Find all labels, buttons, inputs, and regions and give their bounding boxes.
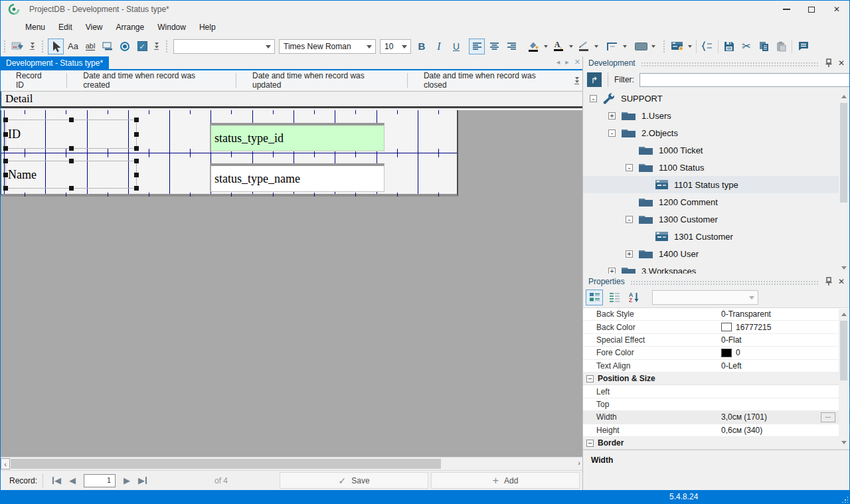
font-color-dropdown[interactable]: [569, 45, 573, 48]
tree-item-1101-status-type[interactable]: 1101 Status type: [583, 176, 850, 193]
menu-item-menu[interactable]: Menu: [19, 20, 52, 35]
tree-item-objects[interactable]: - 2.Objects: [583, 124, 850, 141]
border-corner-button[interactable]: [604, 39, 620, 54]
property-value[interactable]: 16777215: [716, 323, 771, 332]
tab-scroll-left-icon[interactable]: ◂: [556, 58, 560, 66]
scroll-up-arrow[interactable]: [841, 95, 847, 98]
development-panel-header[interactable]: Development ✕: [583, 56, 850, 70]
scroll-right-arrow[interactable]: ›: [578, 459, 580, 467]
tree-item-1200-comment[interactable]: 1200 Comment: [583, 193, 850, 210]
font-color-button[interactable]: A˛: [551, 39, 566, 54]
menu-item-edit[interactable]: Edit: [52, 20, 79, 35]
property-value[interactable]: 0-Flat: [716, 335, 742, 345]
toolbar-grip[interactable]: [165, 40, 168, 53]
detail-section-header[interactable]: Detail: [0, 91, 583, 108]
next-record-button[interactable]: ▶: [120, 475, 134, 485]
property-row-special-effect[interactable]: Special Effect 0-Flat: [583, 334, 850, 347]
style-combobox[interactable]: [173, 39, 275, 54]
save-button[interactable]: [721, 39, 737, 54]
scrollbar-thumb[interactable]: [840, 103, 847, 203]
filter-input[interactable]: [639, 73, 850, 87]
checkbox-tool[interactable]: ✓: [134, 39, 150, 54]
property-row-height[interactable]: Height 0,6см (340): [583, 424, 850, 437]
shape-rectangle-button[interactable]: [633, 39, 649, 54]
form-designer-canvas[interactable]: ID status_type_id Name status_type_name: [0, 110, 583, 457]
property-row-back-color[interactable]: Back Color 16777215: [583, 321, 850, 333]
development-panel-close-icon[interactable]: ✕: [838, 58, 845, 68]
scrollbar-thumb[interactable]: [11, 459, 441, 469]
tree-item-support[interactable]: - SUPPORT: [583, 90, 850, 107]
toolbar-overflow-chevron[interactable]: [28, 40, 37, 53]
radio-tool[interactable]: [117, 39, 133, 54]
tree-item-3-workspaces[interactable]: + 3.Workspaces: [583, 262, 850, 274]
previous-record-button[interactable]: ◀: [65, 475, 80, 485]
tree-expand-toggle[interactable]: -: [608, 129, 616, 137]
tree-item-1000-ticket[interactable]: 1000 Ticket: [583, 141, 850, 159]
select-pointer-tool[interactable]: [48, 39, 64, 54]
property-grid-scrollbar[interactable]: [839, 309, 849, 448]
more-options-button[interactable]: ...: [821, 412, 835, 422]
tree-item-1100-status[interactable]: - 1100 Status: [583, 159, 850, 176]
category-collapse-toggle[interactable]: −: [586, 375, 594, 382]
minimize-button[interactable]: [774, 1, 799, 18]
pin-icon[interactable]: [825, 58, 833, 68]
paste-button[interactable]: [773, 39, 789, 54]
align-right-button[interactable]: [503, 39, 519, 54]
tree-expand-toggle[interactable]: -: [590, 95, 597, 102]
menu-item-view[interactable]: View: [79, 20, 110, 35]
property-row-back-style[interactable]: Back Style 0-Transparent: [583, 308, 850, 321]
field-buttons-overflow-chevron[interactable]: [572, 74, 581, 87]
property-row-fore-color[interactable]: Fore Color 0: [583, 347, 850, 359]
property-value[interactable]: 3,0см (1701): [716, 412, 767, 422]
scroll-up-arrow[interactable]: [841, 313, 847, 316]
field-button-created[interactable]: Date and time when record was created: [67, 72, 236, 88]
locate-object-button[interactable]: ↱: [587, 72, 602, 87]
scroll-down-arrow[interactable]: [841, 266, 847, 270]
property-value[interactable]: 0-Transparent: [716, 309, 771, 319]
underline-button[interactable]: U: [448, 39, 464, 54]
tree-scrollbar[interactable]: [839, 91, 849, 274]
property-category-border[interactable]: − Border: [583, 437, 850, 450]
menu-item-arrange[interactable]: Arrange: [110, 20, 151, 35]
scroll-down-arrow[interactable]: [841, 441, 847, 444]
add-record-button[interactable]: + Add: [431, 472, 580, 489]
property-row-width[interactable]: Width 3,0см (1701) ...: [583, 411, 850, 424]
textbox-status-type-id[interactable]: status_type_id: [210, 123, 384, 151]
bold-button[interactable]: B: [414, 39, 430, 54]
highlight-dropdown[interactable]: [594, 45, 598, 48]
tree-item-1300-customer[interactable]: - 1300 Customer: [583, 210, 850, 228]
form-settings-button[interactable]: [669, 39, 685, 54]
properties-panel-header[interactable]: Properties ✕: [583, 275, 850, 288]
fill-color-button[interactable]: [525, 39, 541, 54]
sort-az-button[interactable]: A Z: [626, 290, 643, 305]
shape-rectangle-dropdown[interactable]: [651, 45, 655, 48]
tree-expand-toggle[interactable]: -: [626, 216, 633, 223]
tree-item-users[interactable]: + 1.Users: [583, 107, 850, 124]
field-button-updated[interactable]: Date and time when record was updated: [236, 72, 407, 88]
button-tool[interactable]: [100, 39, 116, 54]
category-collapse-toggle[interactable]: −: [586, 440, 594, 447]
designer-horizontal-scrollbar[interactable]: ‹ ›: [0, 457, 583, 470]
tab-development-status-type[interactable]: Development - Status type*: [0, 56, 109, 69]
tab-scroll-right-icon[interactable]: ▸: [565, 58, 569, 66]
field-list-button[interactable]: [699, 39, 715, 54]
textbox-tool[interactable]: abl: [82, 39, 98, 54]
tab-close-icon[interactable]: ✕: [574, 58, 580, 66]
property-value[interactable]: 0: [716, 348, 740, 357]
save-record-button[interactable]: ✓ Save: [280, 472, 428, 489]
properties-panel-close-icon[interactable]: ✕: [838, 277, 845, 286]
font-size-combobox[interactable]: 10: [380, 39, 411, 54]
label-name-selected[interactable]: Name: [5, 161, 137, 189]
categorized-view-button[interactable]: [586, 290, 603, 305]
toolbar-grip[interactable]: [3, 40, 6, 53]
label-tool[interactable]: Aa: [65, 39, 81, 54]
scrollbar-thumb[interactable]: [840, 321, 847, 380]
label-id-selected[interactable]: ID: [5, 120, 137, 149]
copy-button[interactable]: [756, 39, 772, 54]
property-row-text-align[interactable]: Text Align 0-Left: [583, 360, 850, 373]
property-value[interactable]: 0,6см (340): [716, 426, 762, 435]
record-view-button[interactable]: [10, 39, 26, 54]
textbox-status-type-name[interactable]: status_type_name: [210, 163, 384, 192]
toolbar-grip[interactable]: [41, 40, 44, 53]
close-button[interactable]: ✕: [824, 1, 849, 18]
